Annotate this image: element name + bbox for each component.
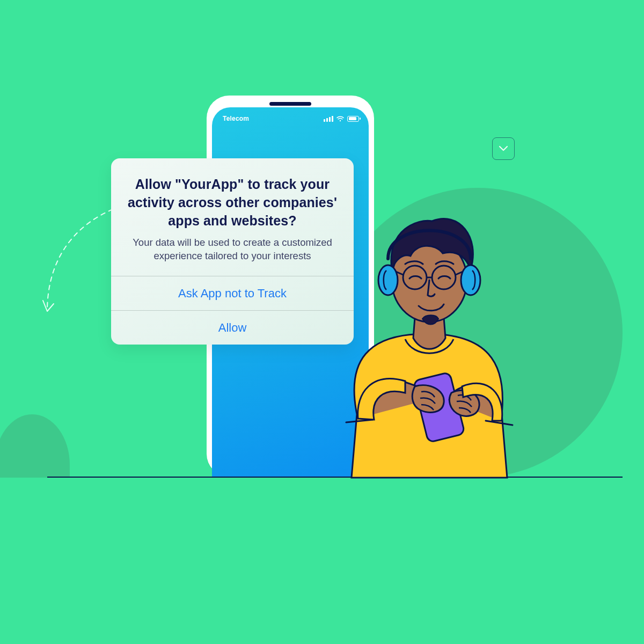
dialog-title: Allow "YourApp" to track your activity a… (126, 175, 339, 230)
battery-icon (347, 116, 359, 122)
status-bar: Telecom (223, 115, 359, 122)
carrier-label: Telecom (223, 115, 249, 122)
dialog-subtitle: Your data will be used to create a custo… (126, 236, 339, 263)
tracking-permission-dialog: Allow "YourApp" to track your activity a… (111, 158, 354, 345)
dialog-actions: Ask App not to Track Allow (111, 276, 354, 345)
background-blob (0, 414, 70, 478)
dialog-content: Allow "YourApp" to track your activity a… (111, 158, 354, 276)
allow-button[interactable]: Allow (111, 310, 354, 345)
svg-point-6 (378, 265, 398, 295)
status-indicators (324, 116, 359, 122)
phone-speaker-icon (269, 102, 311, 106)
decorative-chevron (492, 137, 515, 160)
ask-not-to-track-button[interactable]: Ask App not to Track (111, 276, 354, 310)
person-illustration (325, 200, 529, 479)
wifi-icon (336, 116, 344, 122)
svg-point-7 (461, 265, 480, 295)
svg-point-0 (340, 120, 341, 121)
signal-icon (324, 116, 333, 122)
chevron-down-icon (499, 145, 508, 152)
